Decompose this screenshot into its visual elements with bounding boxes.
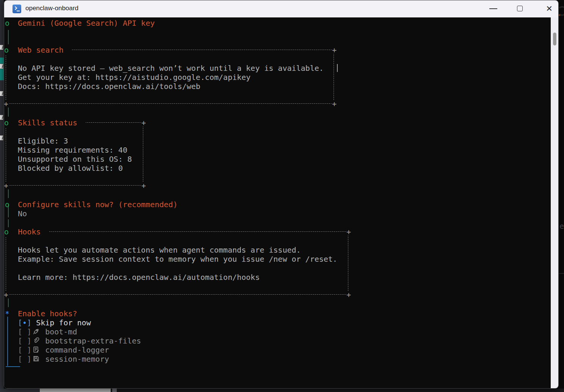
background-file-icon (0, 64, 3, 69)
skills-stat-eligible: Eligible: 3 (18, 136, 68, 145)
floppy-icon (32, 355, 40, 362)
box-corner: + (141, 119, 146, 127)
box-corner: + (346, 228, 351, 236)
background-taskbar-segment (0, 389, 40, 392)
background-partial-text: e. (559, 222, 564, 231)
web-search-title: Web search (18, 45, 63, 55)
background-file-icon (0, 91, 3, 96)
step-marker: o (4, 45, 9, 55)
background-bottom-strip (0, 389, 564, 392)
web-search-docs-link[interactable]: Docs: https://docs.openclaw.ai/tools/web (18, 82, 201, 91)
active-step-marker: * (5, 309, 9, 318)
checkbox-bracket: ] (27, 355, 31, 364)
box-corner: + (332, 100, 337, 108)
active-gutter-corner (6, 366, 20, 367)
box-corner: + (4, 291, 9, 298)
checkbox-bracket: ] (27, 345, 31, 355)
terminal-window: openclaw-onboard ✕ o Gemini (Google Sear… (4, 0, 559, 389)
checkbox-bracket: [ (18, 327, 22, 336)
step-marker: o (4, 227, 9, 236)
step-marker: o (5, 19, 9, 28)
cursor-artifact (337, 64, 338, 72)
box-corner: + (141, 182, 146, 189)
checkbox-bracket: [ (18, 355, 22, 364)
enable-hooks-question: Enable hooks? (18, 309, 77, 318)
hooks-description-line: Hooks let you automate actions when agen… (18, 245, 301, 255)
background-file-icon (0, 135, 3, 141)
background-file-icon (0, 45, 3, 50)
box-corner: + (332, 46, 337, 54)
rocket-icon (32, 328, 40, 335)
hooks-example-line: Example: Save session context to memory … (18, 255, 337, 264)
option-command-logger[interactable]: [ ]command-logger (18, 345, 109, 355)
paperclip-icon (32, 337, 40, 344)
background-window-edge (0, 0, 4, 389)
skills-stat-unsupported: Unsupported on this OS: 8 (18, 155, 132, 164)
powershell-icon (13, 5, 21, 13)
memo-icon (32, 346, 40, 353)
skills-status-title: Skills status (18, 118, 77, 127)
option-label: command-logger (45, 345, 109, 355)
option-session-memory[interactable]: [ ]session-memory (18, 355, 109, 364)
background-file-icon (0, 115, 3, 120)
background-hscrollbar-piece (112, 389, 117, 392)
box-corner: + (4, 100, 9, 108)
web-search-status-line: No API key stored — web_search won’t wor… (18, 64, 324, 73)
option-bootstrap-extra-files[interactable]: [ ]bootstrap-extra-files (18, 336, 141, 345)
box-corner: + (346, 291, 351, 298)
configure-skills-answer: No (18, 209, 27, 218)
skills-status-header: o Skills status (4, 118, 86, 127)
scrollbar-thumb[interactable] (553, 33, 556, 45)
step-marker: o (4, 118, 9, 127)
checkbox-bracket: [ (18, 318, 22, 327)
background-artifact-line (559, 273, 564, 274)
option-label: session-memory (45, 355, 109, 364)
minimize-button[interactable] (489, 8, 497, 9)
background-teal-highlight (0, 58, 4, 80)
option-label: boot-md (45, 327, 77, 336)
option-skip-for-now[interactable]: [•] Skip for now (18, 318, 91, 327)
maximize-button[interactable] (517, 6, 523, 11)
terminal-content: o Gemini (Google Search) API key + + + o… (4, 17, 551, 388)
background-hscrollbar-thumb[interactable] (40, 389, 111, 392)
option-boot-md[interactable]: [ ]boot-md (18, 327, 77, 336)
checkbox-bracket: ] (27, 318, 31, 327)
option-label: Skip for now (36, 318, 91, 327)
checkbox-bracket: [ (18, 345, 22, 355)
skills-stat-blocked: Blocked by allowlist: 0 (18, 164, 123, 173)
background-artifact (559, 14, 560, 16)
hooks-title: Hooks (18, 227, 41, 236)
skills-stat-missing: Missing requirements: 40 (18, 145, 127, 155)
vertical-scrollbar[interactable] (551, 17, 558, 388)
checkbox-bracket: ] (27, 327, 31, 336)
option-label: bootstrap-extra-files (45, 336, 141, 345)
step-marker: o (5, 200, 9, 209)
checkbox-bracket: ] (27, 336, 31, 345)
active-gutter-line (7, 317, 8, 366)
hooks-header: o Hooks (4, 227, 49, 236)
checkbox-bracket: [ (18, 336, 22, 345)
selected-radio-dot: • (22, 318, 27, 327)
configure-skills-question: Configure skills now? (recommended) (18, 200, 177, 209)
web-search-header: o Web search (4, 45, 72, 55)
gutter-line (8, 30, 9, 44)
window-title: openclaw-onboard (25, 5, 78, 12)
web-search-key-link[interactable]: Get your key at: https://aistudio.google… (18, 73, 251, 82)
hooks-learn-more-link[interactable]: Learn more: https://docs.openclaw.ai/aut… (18, 273, 260, 282)
gemini-api-key-heading: Gemini (Google Search) API key (18, 19, 155, 28)
box-corner: + (4, 182, 9, 189)
background-right-edge (559, 0, 564, 392)
title-bar[interactable]: openclaw-onboard ✕ (4, 0, 558, 17)
close-button[interactable]: ✕ (544, 3, 555, 14)
